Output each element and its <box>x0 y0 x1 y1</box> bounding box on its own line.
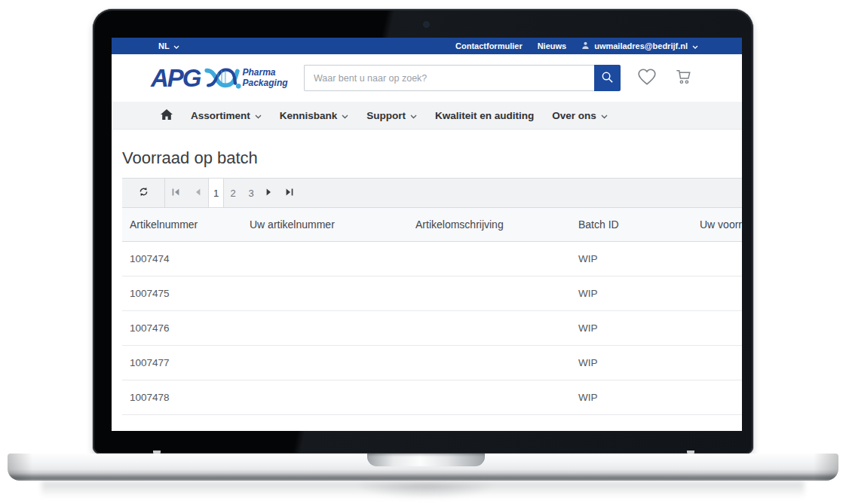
language-selector[interactable]: NL <box>158 41 179 50</box>
laptop-mockup: NL Contactformulier Nieuws uwmailadres@b… <box>0 0 846 504</box>
page-title: Voorraad op batch <box>122 147 742 170</box>
topbar-left: NL <box>158 41 179 50</box>
site-header: APG Pharma Packaging <box>112 54 742 102</box>
logo-tagline-line2: Packaging <box>243 78 288 88</box>
page-button-3[interactable]: 3 <box>242 179 260 207</box>
nav-item-label: Support <box>366 110 406 121</box>
page-button-2[interactable]: 2 <box>224 179 242 207</box>
laptop-camera-icon <box>425 23 428 26</box>
nav-item-kwaliteit[interactable]: Kwaliteit en auditing <box>435 110 534 121</box>
news-link[interactable]: Nieuws <box>538 41 567 50</box>
laptop-bezel: NL Contactformulier Nieuws uwmailadres@b… <box>93 9 753 454</box>
logo-tagline-line1: Pharma <box>243 67 276 78</box>
table-header-row: Artikelnummer Uw artikelnummer Artikelom… <box>122 208 742 242</box>
main-nav: Assortiment Kennisbank Support Kwaliteit… <box>112 102 742 130</box>
table-row: 1007474 WIP <box>122 242 742 276</box>
logo-text: APG <box>151 66 201 90</box>
next-page-icon <box>265 188 274 199</box>
nav-item-support[interactable]: Support <box>366 110 417 121</box>
user-icon <box>581 41 590 51</box>
chevron-down-icon <box>601 110 608 121</box>
dna-helix-icon <box>204 65 241 93</box>
previous-page-button[interactable] <box>186 179 208 207</box>
wishlist-button[interactable] <box>637 68 657 88</box>
cell-artikelnummer: 1007474 <box>130 253 250 264</box>
search-bar <box>304 65 621 91</box>
cell-artikelnummer: 1007478 <box>130 392 250 403</box>
cell-artikelnummer: 1007477 <box>130 357 250 368</box>
account-email: uwmailadres@bedrijf.nl <box>594 41 688 50</box>
contact-link[interactable]: Contactformulier <box>455 41 523 50</box>
column-header-uw-artikelnummer[interactable]: Uw artikelnummer <box>250 218 415 231</box>
column-header-artikelomschrijving[interactable]: Artikelomschrijving <box>415 218 578 231</box>
nav-item-label: Kwaliteit en auditing <box>435 110 534 121</box>
chevron-down-icon <box>255 110 262 121</box>
search-input[interactable] <box>304 65 594 91</box>
cell-batch-id: WIP <box>578 322 700 334</box>
cell-batch-id: WIP <box>578 392 700 403</box>
laptop-thumb-groove <box>367 454 485 466</box>
search-button[interactable] <box>594 65 621 91</box>
table-row: 1007478 WIP <box>122 380 742 415</box>
nav-item-label: Over ons <box>552 110 596 121</box>
next-page-button[interactable] <box>260 179 278 207</box>
site-logo[interactable]: APG Pharma Packaging <box>151 63 304 93</box>
last-page-button[interactable] <box>278 179 301 207</box>
topbar-right: Contactformulier Nieuws uwmailadres@bedr… <box>455 41 698 51</box>
chevron-down-icon <box>410 110 417 121</box>
topbar: NL Contactformulier Nieuws uwmailadres@b… <box>112 38 742 54</box>
table-row: 1007477 WIP <box>122 346 742 380</box>
chevron-down-icon <box>692 41 698 50</box>
main-content: Voorraad op batch <box>112 147 742 415</box>
column-header-uw-voorraad[interactable]: Uw voorraad <box>700 218 742 231</box>
nav-item-kennisbank[interactable]: Kennisbank <box>280 110 349 121</box>
nav-item-label: Kennisbank <box>280 110 338 121</box>
table-row: 1007476 WIP <box>122 311 742 346</box>
account-menu[interactable]: uwmailadres@bedrijf.nl <box>581 41 698 51</box>
first-page-icon <box>171 188 180 199</box>
pagination-toolbar: 1 2 3 <box>122 178 742 208</box>
nav-item-assortiment[interactable]: Assortiment <box>191 110 262 121</box>
cart-button[interactable] <box>674 68 693 88</box>
nav-item-over-ons[interactable]: Over ons <box>552 110 608 121</box>
search-icon <box>601 71 614 86</box>
home-icon <box>161 109 173 122</box>
chevron-down-icon <box>173 41 179 50</box>
column-header-batch-id[interactable]: Batch ID <box>578 218 700 231</box>
refresh-button[interactable] <box>122 179 165 207</box>
cell-artikelnummer: 1007476 <box>130 322 250 334</box>
previous-page-icon <box>193 188 202 199</box>
chevron-down-icon <box>342 110 348 121</box>
nav-item-label: Assortiment <box>191 110 250 121</box>
first-page-button[interactable] <box>165 179 186 207</box>
stock-grid: 1 2 3 <box>122 178 742 415</box>
cell-batch-id: WIP <box>578 357 700 368</box>
laptop-reflection <box>354 483 498 499</box>
language-label: NL <box>158 41 170 50</box>
heart-icon <box>637 68 657 88</box>
cart-icon <box>674 68 693 88</box>
column-header-artikelnummer[interactable]: Artikelnummer <box>130 218 250 231</box>
cell-batch-id: WIP <box>578 253 700 264</box>
table-row: 1007475 WIP <box>122 276 742 311</box>
browser-viewport: NL Contactformulier Nieuws uwmailadres@b… <box>112 38 742 431</box>
logo-tagline: Pharma Packaging <box>243 68 288 89</box>
cell-batch-id: WIP <box>578 288 700 299</box>
cell-artikelnummer: 1007475 <box>130 288 250 299</box>
refresh-icon <box>138 186 149 200</box>
page-button-1[interactable]: 1 <box>208 179 224 207</box>
last-page-icon <box>285 188 294 199</box>
nav-home[interactable] <box>161 109 173 122</box>
